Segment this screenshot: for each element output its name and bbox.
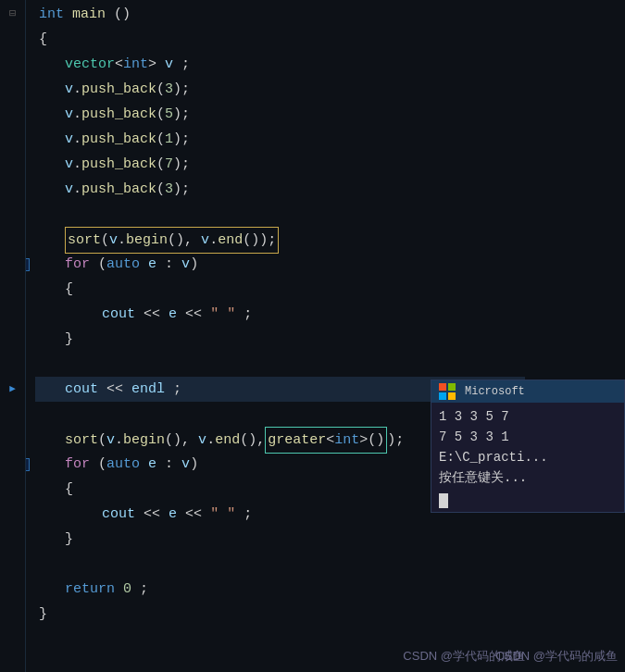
svg-rect-2 bbox=[439, 392, 446, 400]
fn-main: main bbox=[72, 6, 106, 22]
code-line-5: v.push_back(5); bbox=[35, 102, 525, 127]
code-line-4: v.push_back(3); bbox=[35, 77, 525, 102]
output-line-3: E:\C_practi... bbox=[439, 447, 617, 467]
code-line-3: vector<int> v ; bbox=[35, 52, 525, 77]
code-line-13: cout << e << " " ; bbox=[35, 302, 525, 327]
output-title: Microsoft bbox=[465, 385, 525, 398]
code-line-1: int main () bbox=[35, 2, 525, 27]
output-panel: Microsoft 1 3 3 5 7 7 5 3 3 1 E:\C_pract… bbox=[431, 380, 625, 513]
code-content: int main () { vector<int> v ; v.push_bac… bbox=[28, 0, 532, 628]
microsoft-icon bbox=[439, 383, 456, 400]
code-line-22: } bbox=[35, 527, 525, 552]
watermark-bottom: CSDN @学代码的咸鱼 bbox=[495, 648, 618, 665]
output-line-4: 按任意键关... bbox=[439, 467, 617, 488]
svg-rect-0 bbox=[439, 383, 446, 391]
code-line-23 bbox=[35, 552, 525, 577]
sort-asc-highlight: sort(v.begin(), v.end()); bbox=[65, 227, 279, 254]
output-header: Microsoft bbox=[431, 380, 624, 403]
code-line-15 bbox=[35, 352, 525, 377]
output-body: 1 3 3 5 7 7 5 3 3 1 E:\C_practi... 按任意键关… bbox=[431, 403, 624, 512]
svg-rect-3 bbox=[448, 392, 456, 400]
code-line-9 bbox=[35, 202, 525, 227]
code-line-7: v.push_back(7); bbox=[35, 152, 525, 177]
code-line-10: sort(v.begin(), v.end()); bbox=[35, 227, 525, 252]
code-line-25: } bbox=[35, 602, 525, 627]
greater-highlight: greater<int>() bbox=[265, 427, 387, 454]
keyword-int: int bbox=[39, 6, 64, 22]
svg-rect-1 bbox=[448, 383, 456, 391]
output-line-2: 7 5 3 3 1 bbox=[439, 427, 617, 447]
code-line-2: { bbox=[35, 27, 525, 52]
code-line-8: v.push_back(3); bbox=[35, 177, 525, 202]
output-line-1: 1 3 3 5 7 bbox=[439, 406, 617, 427]
line-gutter: ⊟ ▶ bbox=[0, 0, 26, 672]
code-line-14: } bbox=[35, 327, 525, 352]
editor-area: int main () { vector<int> v ; v.push_bac… bbox=[0, 0, 532, 672]
code-line-24: return 0 ; bbox=[35, 577, 525, 602]
cursor-block bbox=[439, 493, 448, 508]
code-line-11: - for (auto e : v) bbox=[35, 252, 525, 277]
code-line-12: { bbox=[35, 277, 525, 302]
code-line-6: v.push_back(1); bbox=[35, 127, 525, 152]
